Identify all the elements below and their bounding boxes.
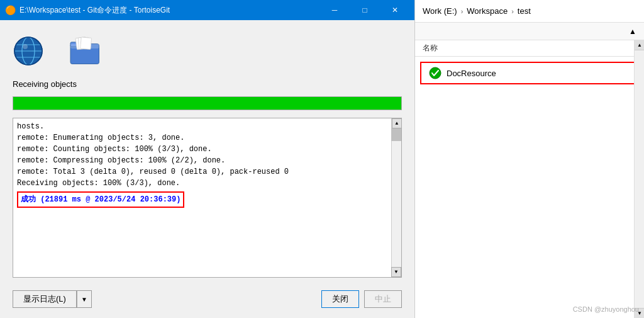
- address-part-workspace: Workspace: [467, 6, 508, 16]
- log-line-6: Receiving objects: 100% (3/3), done.: [17, 178, 397, 189]
- separator-2: ›: [511, 8, 514, 15]
- file-item-docresource[interactable]: DocResource: [420, 62, 639, 84]
- app-icon: 🟠: [5, 5, 16, 15]
- scroll-up-arrow[interactable]: ▲: [392, 118, 402, 128]
- show-log-dropdown[interactable]: ▼: [77, 290, 92, 308]
- title-bar: 🟠 E:\Workspace\test - Git命令进度 - Tortoise…: [0, 0, 414, 20]
- buttons-row: 显示日志(L) ▼ 关闭 中止: [13, 285, 402, 310]
- file-list: DocResource: [415, 57, 644, 318]
- title-controls: ─ □ ✕: [320, 0, 409, 20]
- tortoisegit-dialog: 🟠 E:\Workspace\test - Git命令进度 - Tortoise…: [0, 0, 415, 318]
- log-line-3: remote: Counting objects: 100% (3/3), do…: [17, 144, 397, 155]
- log-output[interactable]: hosts. remote: Enumerating objects: 3, d…: [13, 118, 402, 278]
- explorer-toolbar: ▲: [415, 23, 644, 40]
- minimize-button[interactable]: ─: [320, 0, 349, 20]
- title-bar-left: 🟠 E:\Workspace\test - Git命令进度 - Tortoise…: [5, 5, 170, 16]
- address-part-drive: Work (E:): [423, 6, 457, 16]
- close-window-button[interactable]: ✕: [380, 0, 409, 20]
- log-line-1: hosts.: [17, 121, 397, 132]
- status-label: Receiving objects: [13, 79, 402, 89]
- scroll-down-arrow[interactable]: ▼: [391, 267, 401, 277]
- column-header-row: 名称: [415, 40, 644, 57]
- log-scrollbar[interactable]: ▲ ▼: [391, 118, 401, 277]
- icons-row: [13, 30, 402, 72]
- file-name-docresource: DocResource: [447, 69, 496, 78]
- svg-point-13: [430, 67, 441, 79]
- stop-button[interactable]: 中止: [364, 290, 402, 308]
- explorer-content: 名称 DocResource ▲ ▼: [415, 40, 644, 318]
- log-line-5: remote: Total 3 (delta 0), reused 0 (del…: [17, 166, 397, 178]
- separator-1: ›: [461, 8, 464, 15]
- name-column-header: 名称: [423, 43, 438, 52]
- globe-icon: [13, 35, 44, 67]
- scroll-up-arrow-header[interactable]: ▲: [629, 27, 636, 36]
- log-line-2: remote: Enumerating objects: 3, done.: [17, 132, 397, 144]
- sync-status-icon: [429, 67, 441, 79]
- folder-icon: [69, 35, 104, 67]
- watermark: CSDN @zhuyonghou: [573, 305, 639, 313]
- maximize-button[interactable]: □: [350, 0, 379, 20]
- svg-point-6: [23, 44, 28, 49]
- show-log-button[interactable]: 显示日志(L): [13, 290, 77, 308]
- progress-bar-fill: [13, 97, 401, 110]
- show-log-group: 显示日志(L) ▼: [13, 290, 92, 308]
- address-part-test: test: [518, 6, 531, 16]
- address-bar: Work (E:) › Workspace › test: [415, 0, 644, 23]
- explorer-scroll-up[interactable]: ▲: [635, 40, 644, 50]
- explorer-panel: Work (E:) › Workspace › test ▲ 名称 DocR: [415, 0, 644, 318]
- close-button[interactable]: 关闭: [321, 290, 359, 308]
- progress-bar-container: [13, 96, 402, 110]
- scroll-thumb[interactable]: [391, 128, 401, 141]
- log-line-4: remote: Compressing objects: 100% (2/2),…: [17, 155, 397, 166]
- dialog-content: Receiving objects hosts. remote: Enumera…: [0, 20, 414, 318]
- window-title: E:\Workspace\test - Git命令进度 - TortoiseGi…: [19, 5, 170, 16]
- svg-rect-12: [70, 44, 99, 48]
- success-message: 成功 (21891 ms @ 2023/5/24 20:36:39): [17, 191, 184, 208]
- explorer-scrollbar[interactable]: ▲ ▼: [634, 40, 644, 318]
